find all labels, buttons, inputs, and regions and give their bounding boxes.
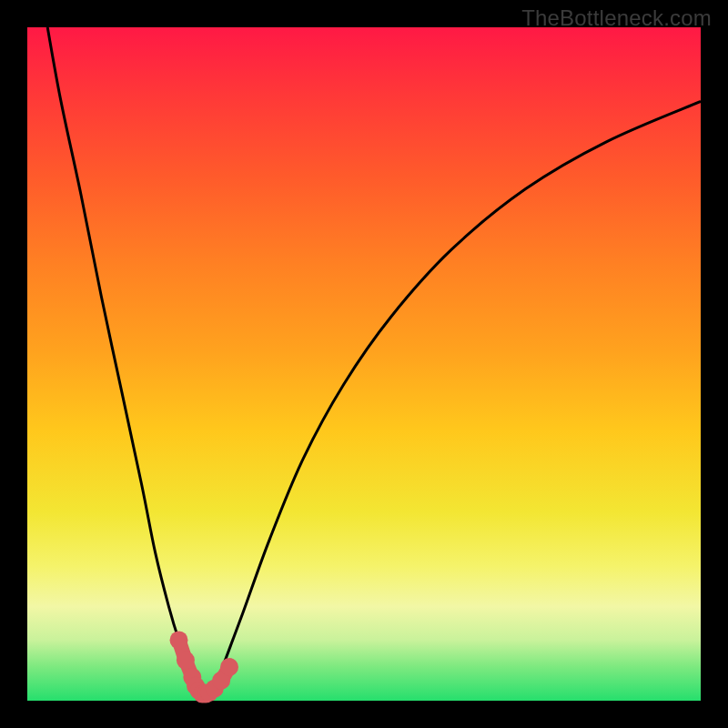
marker-dot <box>220 658 238 676</box>
marker-dot <box>170 631 188 649</box>
plot-background <box>27 27 701 701</box>
chart-frame: TheBottleneck.com <box>0 0 728 728</box>
marker-dot <box>177 652 195 670</box>
bottleneck-chart <box>0 0 728 728</box>
watermark-text: TheBottleneck.com <box>521 5 712 31</box>
